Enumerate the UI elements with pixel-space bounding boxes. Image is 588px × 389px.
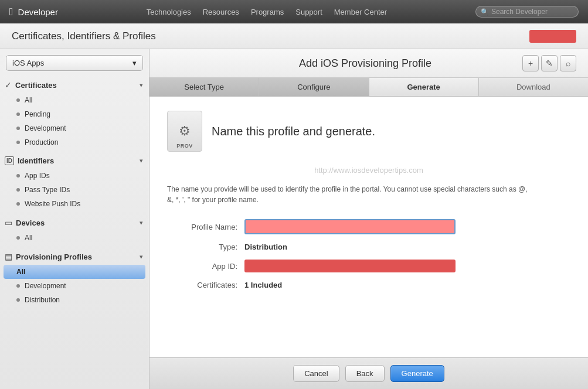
sidebar-item-cert-pending[interactable]: Pending — [0, 107, 149, 121]
bullet-icon — [16, 174, 20, 178]
top-navigation:  Developer Technologies Resources Progr… — [0, 0, 588, 23]
sidebar-item-app-ids[interactable]: App IDs — [0, 169, 149, 183]
brand-logo[interactable]:  Developer — [9, 6, 58, 18]
app-id-value — [244, 260, 456, 272]
certificate-icon: ✓ — [5, 80, 12, 90]
provisioning-label: Provisioning Profiles — [16, 252, 92, 261]
sidebar-item-cert-all[interactable]: All — [0, 93, 149, 107]
search-button[interactable]: ⌕ — [560, 55, 576, 71]
bullet-icon — [16, 236, 20, 240]
identifiers-section-header[interactable]: ID Identifiers ▾ — [0, 153, 149, 169]
cert-production-label: Production — [25, 138, 58, 146]
cancel-button[interactable]: Cancel — [293, 365, 339, 382]
profile-name-label: Profile Name: — [167, 223, 237, 231]
search-icon: 🔍 — [481, 8, 489, 16]
sidebar-item-cert-production[interactable]: Production — [0, 135, 149, 149]
search-box: 🔍 — [475, 6, 579, 18]
nav-links: Technologies Resources Programs Support … — [147, 8, 387, 16]
devices-section-header[interactable]: ▭ Devices ▾ — [0, 214, 149, 231]
wizard-step-configure[interactable]: Configure — [259, 78, 369, 96]
content-area: Add iOS Provisioning Profile + ✎ ⌕ Selec… — [149, 49, 588, 389]
form-header: PROV Name this profile and generate. — [167, 111, 570, 152]
nav-member-center[interactable]: Member Center — [334, 8, 387, 16]
app-id-label: App ID: — [167, 262, 237, 271]
main-layout: iOS Apps ▾ ✓ Certificates ▾ All Pending — [0, 49, 588, 389]
content-title: Add iOS Provisioning Profile — [208, 57, 522, 70]
bullet-icon — [16, 298, 20, 302]
devices-all-label: All — [25, 234, 32, 242]
bullet-icon — [16, 98, 20, 102]
page-header: Certificates, Identifiers & Profiles — [0, 23, 588, 49]
devices-chevron-icon: ▾ — [140, 219, 143, 227]
bullet-icon — [16, 127, 20, 130]
step-configure-label: Configure — [297, 83, 330, 91]
cert-all-label: All — [25, 96, 32, 104]
nav-support[interactable]: Support — [295, 8, 322, 16]
step-select-type-label: Select Type — [184, 83, 224, 91]
provisioning-section-left: ▤ Provisioning Profiles — [5, 252, 92, 261]
sidebar-item-provisioning-development[interactable]: Development — [0, 279, 149, 293]
form-content: PROV Name this profile and generate. htt… — [149, 97, 588, 357]
wizard-step-select-type[interactable]: Select Type — [149, 78, 259, 96]
apple-icon:  — [9, 6, 13, 18]
sidebar-item-pass-type-ids[interactable]: Pass Type IDs — [0, 183, 149, 197]
sidebar-item-provisioning-all[interactable]: All — [4, 265, 145, 279]
bullet-icon — [16, 202, 20, 206]
sidebar-section-devices: ▭ Devices ▾ All — [0, 214, 149, 245]
certificates-section-header[interactable]: ✓ Certificates ▾ — [0, 77, 149, 93]
edit-button[interactable]: ✎ — [541, 55, 558, 71]
search-input[interactable] — [491, 8, 573, 16]
devices-label: Devices — [16, 219, 45, 227]
wizard-step-generate[interactable]: Generate — [369, 78, 479, 96]
generate-button[interactable]: Generate — [390, 365, 444, 382]
back-button[interactable]: Back — [345, 365, 385, 382]
identifiers-section-left: ID Identifiers — [5, 156, 54, 165]
bullet-icon — [16, 188, 20, 192]
type-label: Type: — [167, 243, 237, 251]
profile-name-input[interactable] — [244, 219, 456, 234]
certificates-chevron-icon: ▾ — [140, 81, 143, 89]
certificates-value: 1 Included — [244, 281, 282, 289]
provisioning-chevron-icon: ▾ — [140, 253, 143, 261]
profile-name-row: Profile Name: — [167, 219, 570, 234]
add-button[interactable]: + — [522, 55, 539, 71]
certificates-row: Certificates: 1 Included — [167, 281, 570, 289]
cert-development-label: Development — [25, 124, 66, 132]
identifiers-chevron-icon: ▾ — [140, 157, 143, 165]
nav-programs[interactable]: Programs — [251, 8, 284, 16]
sidebar-item-website-push-ids[interactable]: Website Push IDs — [0, 197, 149, 211]
platform-dropdown[interactable]: iOS Apps ▾ — [6, 55, 143, 71]
nav-technologies[interactable]: Technologies — [147, 8, 191, 16]
provisioning-distribution-label: Distribution — [25, 296, 60, 304]
provisioning-section-header[interactable]: ▤ Provisioning Profiles ▾ — [0, 248, 149, 265]
certificates-label: Certificates — [15, 81, 57, 90]
watermark-text: http://www.iosdevelopertips.com — [167, 166, 570, 175]
sidebar: iOS Apps ▾ ✓ Certificates ▾ All Pending — [0, 49, 149, 389]
header-badge — [529, 30, 576, 43]
sidebar-section-certificates: ✓ Certificates ▾ All Pending Development… — [0, 77, 149, 149]
sidebar-item-cert-development[interactable]: Development — [0, 121, 149, 135]
bullet-icon — [16, 112, 20, 116]
sidebar-item-provisioning-distribution[interactable]: Distribution — [0, 293, 149, 307]
sidebar-section-identifiers: ID Identifiers ▾ App IDs Pass Type IDs W… — [0, 153, 149, 211]
provisioning-icon: ▤ — [5, 252, 12, 261]
nav-resources[interactable]: Resources — [203, 8, 239, 16]
content-header: Add iOS Provisioning Profile + ✎ ⌕ — [149, 49, 588, 78]
certificates-section-left: ✓ Certificates — [5, 80, 57, 90]
wizard-steps: Select Type Configure Generate Download — [149, 78, 588, 97]
form-heading: Name this profile and generate. — [212, 125, 375, 138]
form-footer: Cancel Back Generate — [149, 357, 588, 389]
sidebar-section-provisioning: ▤ Provisioning Profiles ▾ All Developmen… — [0, 248, 149, 307]
content-actions: + ✎ ⌕ — [522, 55, 576, 71]
provisioning-development-label: Development — [25, 282, 66, 290]
identifier-icon: ID — [5, 156, 14, 165]
sidebar-item-devices-all[interactable]: All — [0, 231, 149, 245]
device-icon: ▭ — [5, 218, 12, 227]
certificates-label: Certificates: — [167, 281, 237, 289]
website-push-ids-label: Website Push IDs — [25, 200, 80, 208]
type-row: Type: Distribution — [167, 243, 570, 251]
page-title: Certificates, Identifiers & Profiles — [12, 30, 156, 42]
wizard-step-download[interactable]: Download — [479, 78, 588, 96]
type-value: Distribution — [244, 243, 287, 251]
prov-icon-label: PROV — [176, 143, 193, 149]
